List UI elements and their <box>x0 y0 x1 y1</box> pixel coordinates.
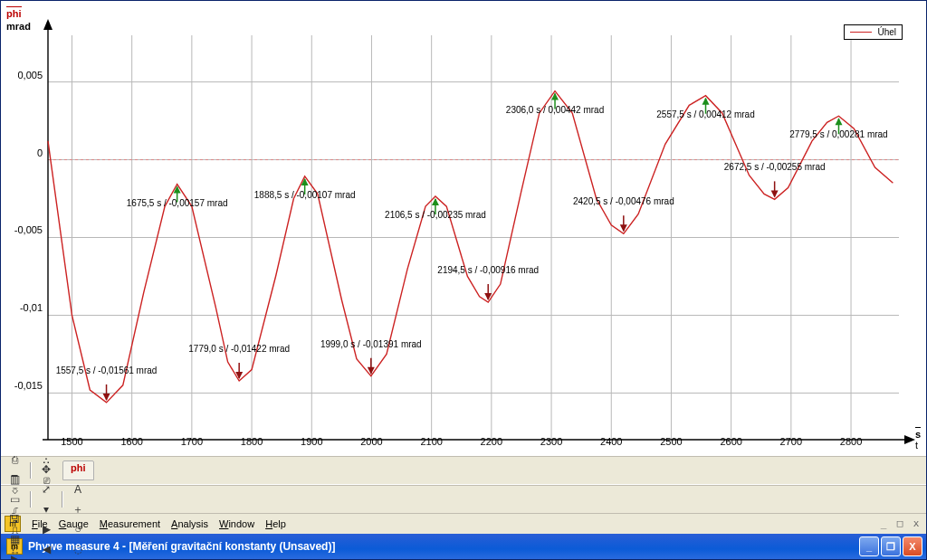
mdi-close-button[interactable]: x <box>910 518 922 530</box>
svg-marker-40 <box>43 19 53 30</box>
svg-text:2100: 2100 <box>420 436 442 447</box>
title-bar[interactable]: m Phywe measure 4 - [Měření gravitační k… <box>1 534 926 559</box>
mark-btn-0[interactable]: ◌ <box>68 539 88 559</box>
chart-svg: 1500160017001800190020002100220023002400… <box>1 1 926 456</box>
svg-text:2800: 2800 <box>840 436 862 447</box>
app-window: m Phywe measure 4 - [Měření gravitační k… <box>0 0 927 560</box>
svg-text:2779,5 s / 0,00281 mrad: 2779,5 s / 0,00281 mrad <box>789 129 887 139</box>
nav-btn-0[interactable]: ◀ <box>36 539 56 559</box>
svg-text:2420,5 s / -0,00476 mrad: 2420,5 s / -0,00476 mrad <box>573 196 674 206</box>
svg-text:1600: 1600 <box>120 436 142 447</box>
svg-text:0,005: 0,005 <box>17 70 43 81</box>
menu-bar: m FileGaugeMeasurementAnalysisWindowHelp… <box>1 513 926 534</box>
svg-text:1779,0 s / -0,01422 mrad: 1779,0 s / -0,01422 mrad <box>188 344 290 354</box>
svg-text:1900: 1900 <box>301 436 322 447</box>
an-btn-6[interactable]: ⎏ <box>5 480 24 500</box>
svg-text:2300: 2300 <box>540 436 562 447</box>
minimize-button[interactable]: _ <box>859 536 879 556</box>
menu-help[interactable]: Help <box>260 517 291 531</box>
tab-phi[interactable]: phi <box>62 460 94 480</box>
svg-text:1888,5 s / -0,00107 mrad: 1888,5 s / -0,00107 mrad <box>254 190 356 200</box>
y-axis-label: phi <box>6 6 22 19</box>
mdi-minimize-button[interactable]: _ <box>877 518 890 530</box>
legend: Úhel <box>844 24 903 40</box>
an-btn-4[interactable]: ⎍ <box>5 520 24 540</box>
nav-btn-1[interactable]: ▶ <box>36 519 56 539</box>
menu-analysis[interactable]: Analysis <box>166 517 214 531</box>
an-btn-5[interactable]: ⎎ <box>5 500 24 520</box>
legend-label: Úhel <box>877 27 896 37</box>
svg-text:-0,015: -0,015 <box>14 380 43 391</box>
svg-text:2700: 2700 <box>780 436 802 447</box>
y-axis-unit: mrad <box>6 21 31 32</box>
svg-text:1500: 1500 <box>61 436 82 447</box>
svg-text:1800: 1800 <box>241 436 263 447</box>
toolbar-main: ●▶▦🖫▭▥⎙⧉? ◀▶▾⤢✥◺ ◌○＋A⌗✶ <box>1 485 926 513</box>
svg-text:2557,5 s / 0,00412 mrad: 2557,5 s / 0,00412 mrad <box>656 109 754 119</box>
svg-text:2200: 2200 <box>481 436 502 447</box>
mdi-restore-button[interactable]: □ <box>894 518 906 530</box>
nav-btn-2[interactable]: ▾ <box>36 499 56 519</box>
an-btn-3[interactable]: ⎌ <box>5 540 24 560</box>
mark-btn-2[interactable]: ＋ <box>68 499 88 519</box>
svg-text:0: 0 <box>37 147 43 158</box>
svg-text:1557,5 s / -0,01561 mrad: 1557,5 s / -0,01561 mrad <box>56 365 158 375</box>
svg-text:2500: 2500 <box>660 436 682 447</box>
svg-text:2000: 2000 <box>360 436 382 447</box>
svg-text:2400: 2400 <box>600 436 622 447</box>
svg-text:1700: 1700 <box>181 436 203 447</box>
maximize-button[interactable]: ❐ <box>881 536 901 556</box>
x-axis-label: st <box>915 427 921 451</box>
svg-text:-0,005: -0,005 <box>14 225 43 236</box>
legend-swatch <box>850 32 872 33</box>
svg-text:-0,01: -0,01 <box>20 302 43 313</box>
svg-text:2306,0 s / 0,00442 mrad: 2306,0 s / 0,00442 mrad <box>506 105 604 115</box>
svg-text:2106,5 s / -0,00235 mrad: 2106,5 s / -0,00235 mrad <box>385 210 486 220</box>
svg-text:2672,5 s / -0,00255 mrad: 2672,5 s / -0,00255 mrad <box>724 162 826 172</box>
toolbar-analysis: ⊡⊟⊞⎌⎍⎎⎏‗⛓⇲⎋✶⏚⛶🔊 ⎚⛬ phi <box>1 456 926 485</box>
svg-marker-42 <box>904 435 915 444</box>
svg-text:2194,5 s / -0,00916 mrad: 2194,5 s / -0,00916 mrad <box>437 265 539 275</box>
svg-text:2600: 2600 <box>720 436 741 447</box>
mark-btn-3[interactable]: A <box>68 479 88 499</box>
an-btn-7[interactable]: ‗ <box>5 460 24 480</box>
menu-measurement[interactable]: Measurement <box>94 517 166 531</box>
close-button[interactable]: X <box>903 536 922 556</box>
svg-text:1675,5 s / -0,00157 mrad: 1675,5 s / -0,00157 mrad <box>127 198 228 208</box>
mark-btn-1[interactable]: ○ <box>68 519 88 539</box>
svg-text:1999,0 s / -0,01391 mrad: 1999,0 s / -0,01391 mrad <box>320 339 422 349</box>
an2-btn-0[interactable]: ⎚ <box>36 470 56 490</box>
chart-canvas[interactable]: 1500160017001800190020002100220023002400… <box>1 1 926 456</box>
menu-window[interactable]: Window <box>214 517 260 531</box>
